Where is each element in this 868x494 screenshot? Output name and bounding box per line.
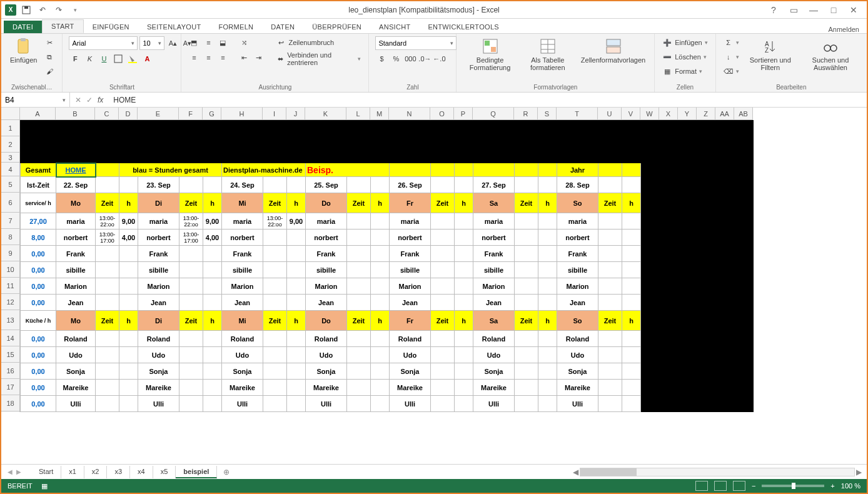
- col-header-L[interactable]: L: [346, 108, 370, 119]
- cell[interactable]: Mareike: [390, 380, 431, 396]
- cell[interactable]: h: [371, 193, 390, 213]
- cell[interactable]: [431, 213, 455, 229]
- cell[interactable]: Do: [306, 311, 347, 331]
- cell[interactable]: [455, 331, 473, 347]
- cell[interactable]: [431, 380, 455, 396]
- col-header-AA[interactable]: AA: [715, 108, 734, 119]
- col-header-C[interactable]: C: [95, 108, 119, 119]
- cell[interactable]: [431, 229, 455, 246]
- tab-start[interactable]: START: [42, 19, 84, 33]
- align-left-button[interactable]: ≡: [188, 51, 200, 64]
- row-header-15[interactable]: 15: [1, 346, 19, 363]
- row-header-12[interactable]: 12: [1, 294, 19, 310]
- find-select-button[interactable]: Suchen und Auswählen: [800, 36, 860, 73]
- cell[interactable]: Udo: [56, 347, 96, 363]
- cell[interactable]: [622, 153, 641, 163]
- font-color-button[interactable]: A: [141, 53, 153, 65]
- cell[interactable]: [455, 278, 473, 295]
- cell[interactable]: [179, 363, 203, 380]
- col-header-T[interactable]: T: [557, 108, 598, 119]
- cell[interactable]: [679, 163, 697, 177]
- cell[interactable]: Ist-Zeit: [21, 177, 56, 193]
- cell[interactable]: [179, 295, 203, 311]
- cell[interactable]: [473, 153, 515, 163]
- cell[interactable]: Ulli: [557, 396, 598, 412]
- cell[interactable]: [347, 295, 371, 311]
- cell[interactable]: [641, 229, 660, 246]
- cell[interactable]: [455, 163, 473, 177]
- cell[interactable]: [679, 347, 697, 363]
- col-header-V[interactable]: V: [622, 108, 640, 119]
- cell[interactable]: [263, 262, 287, 278]
- cell[interactable]: Mareike: [557, 380, 598, 396]
- cell[interactable]: [660, 311, 679, 331]
- cell[interactable]: Jean: [56, 295, 96, 311]
- cell[interactable]: So: [557, 193, 598, 213]
- cell[interactable]: [679, 229, 697, 246]
- cell-grid[interactable]: GesamtHOMEblau = Stunden gesamtDienstpla…: [20, 120, 754, 412]
- cancel-formula-icon[interactable]: ✕: [75, 96, 81, 104]
- row-header-8[interactable]: 8: [1, 229, 19, 245]
- percent-format-button[interactable]: %: [390, 53, 402, 65]
- comma-format-button[interactable]: 000: [404, 53, 416, 65]
- cell[interactable]: [96, 278, 119, 295]
- cell[interactable]: [679, 246, 697, 262]
- column-headers[interactable]: ABCDEFGHIJKLMNOPQRSTUVWXYZAAAB: [20, 108, 753, 120]
- cell[interactable]: [371, 347, 390, 363]
- cell[interactable]: [735, 347, 754, 363]
- conditional-format-button[interactable]: Bedingte Formatierung: [463, 36, 517, 73]
- cell[interactable]: Zeit: [96, 311, 119, 331]
- cell[interactable]: [716, 229, 735, 246]
- col-header-G[interactable]: G: [203, 108, 221, 119]
- cell[interactable]: Do: [306, 193, 347, 213]
- cell[interactable]: [641, 213, 660, 229]
- cell[interactable]: [660, 396, 679, 412]
- cell[interactable]: Udo: [306, 347, 347, 363]
- cell[interactable]: 9,00: [287, 213, 306, 229]
- cell[interactable]: [203, 137, 222, 153]
- cell[interactable]: [735, 363, 754, 380]
- cell[interactable]: [371, 363, 390, 380]
- cell[interactable]: [263, 229, 287, 246]
- cell[interactable]: Ulli: [56, 396, 96, 412]
- cell[interactable]: [660, 347, 679, 363]
- cell[interactable]: [622, 396, 641, 412]
- cell[interactable]: [179, 380, 203, 396]
- cell[interactable]: [641, 380, 660, 396]
- col-header-M[interactable]: M: [370, 108, 389, 119]
- cell[interactable]: [515, 213, 538, 229]
- cell[interactable]: [455, 177, 473, 193]
- normal-view-button[interactable]: [695, 481, 708, 491]
- cell[interactable]: [203, 347, 222, 363]
- cell[interactable]: [735, 177, 754, 193]
- cell[interactable]: [347, 262, 371, 278]
- wrap-text-button[interactable]: ↩Zeilenumbruch: [275, 36, 362, 49]
- cell[interactable]: [431, 121, 455, 137]
- cell[interactable]: [641, 295, 660, 311]
- cell[interactable]: Sonja: [222, 363, 263, 380]
- cell[interactable]: [622, 262, 641, 278]
- cell[interactable]: [431, 163, 455, 177]
- cell[interactable]: [455, 262, 473, 278]
- cell[interactable]: [119, 347, 138, 363]
- zoom-in-button[interactable]: +: [830, 482, 834, 490]
- cell[interactable]: [697, 363, 716, 380]
- cell[interactable]: [203, 396, 222, 412]
- sheet-tab-x1[interactable]: x1: [61, 466, 84, 478]
- cell[interactable]: [21, 137, 56, 153]
- cell[interactable]: [390, 153, 431, 163]
- cell[interactable]: Udo: [557, 347, 598, 363]
- cell[interactable]: [641, 311, 660, 331]
- cell[interactable]: [222, 137, 263, 153]
- cell[interactable]: h: [119, 311, 138, 331]
- cell[interactable]: [735, 278, 754, 295]
- cell[interactable]: Roland: [138, 331, 179, 347]
- cell[interactable]: [119, 121, 138, 137]
- row-headers[interactable]: 123456789101112131415161718: [1, 120, 20, 412]
- cell[interactable]: 13:00-22:oo: [263, 213, 287, 229]
- cell[interactable]: [96, 121, 119, 137]
- scroll-thumb[interactable]: [580, 468, 637, 476]
- cell[interactable]: [641, 177, 660, 193]
- cell[interactable]: Sonja: [473, 363, 515, 380]
- cell[interactable]: h: [455, 311, 473, 331]
